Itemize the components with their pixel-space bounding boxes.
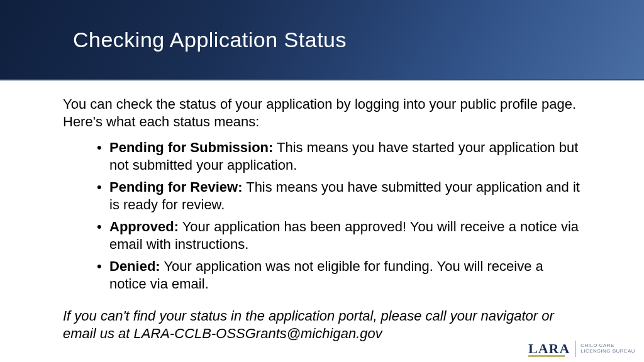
list-item: Approved: Your application has been appr… — [97, 218, 581, 253]
status-label: Pending for Submission: — [109, 140, 273, 155]
status-label: Pending for Review: — [109, 179, 242, 195]
header-bar: Checking Application Status — [0, 0, 644, 80]
logo-name: LARA — [528, 341, 570, 357]
status-label: Approved: — [109, 219, 179, 234]
status-list: Pending for Submission: This means you h… — [97, 139, 581, 292]
status-label: Denied: — [109, 258, 160, 274]
status-text: Your application was not eligible for fu… — [109, 258, 543, 292]
page-title: Checking Application Status — [73, 28, 347, 52]
lara-logo: LARA CHILD CARE LICENSING BUREAU — [528, 341, 635, 357]
intro-text: You can check the status of your applica… — [63, 96, 581, 130]
logo-tag-line2: LICENSING BUREAU — [580, 349, 635, 354]
status-text: Your application has been approved! You … — [109, 219, 579, 252]
list-item: Denied: Your application was not eligibl… — [97, 258, 581, 292]
logo-tagline: CHILD CARE LICENSING BUREAU — [580, 343, 635, 354]
logo-divider — [575, 341, 575, 357]
list-item: Pending for Submission: This means you h… — [97, 139, 581, 173]
list-item: Pending for Review: This means you have … — [97, 178, 581, 213]
body-content: You can check the status of your applica… — [0, 80, 644, 342]
logo-text-block: LARA — [528, 341, 570, 357]
slide: Checking Application Status You can chec… — [0, 0, 644, 362]
footnote-text: If you can't find your status in the app… — [63, 307, 581, 342]
